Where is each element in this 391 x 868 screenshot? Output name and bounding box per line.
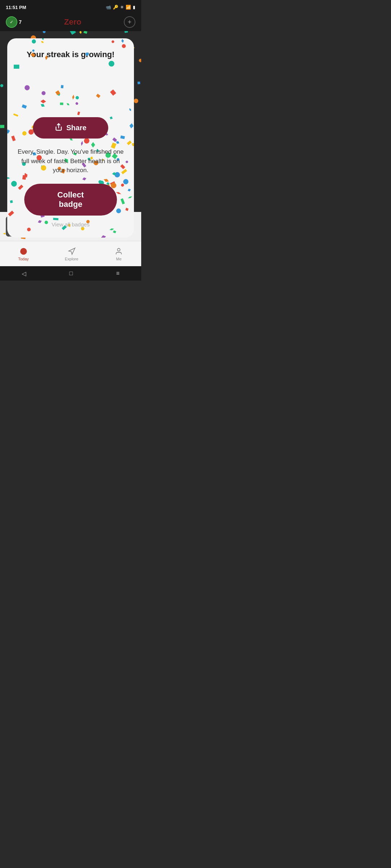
status-time: 11:51 PM [6, 5, 26, 10]
today-label: Today [18, 257, 29, 261]
share-icon [55, 123, 63, 133]
streak-count: 7 [19, 19, 22, 25]
recents-button[interactable]: ≡ [116, 270, 119, 277]
svg-marker-5 [68, 248, 75, 254]
modal-description: Every. Single. Day. You've finished one … [16, 147, 125, 175]
explore-label: Explore [65, 257, 78, 261]
wifi-icon: 📶 [126, 5, 131, 10]
status-bar: 11:51 PM 📹 🔑 ✳ 📶 ▮ [0, 0, 141, 13]
system-nav: ◁ □ ≡ [0, 266, 141, 281]
main-area: Your streak is growing! Share Every. Sin… [0, 31, 141, 241]
back-button[interactable]: ◁ [22, 270, 26, 277]
nav-me[interactable]: Me [114, 247, 123, 261]
streak-modal: Your streak is growing! Share Every. Sin… [7, 38, 134, 238]
bottom-nav: Today Explore Me [0, 241, 141, 266]
battery-icon: ▮ [133, 5, 135, 10]
me-icon [114, 247, 123, 256]
top-nav: ✓ 7 Zero + [0, 13, 141, 31]
streak-indicator: ✓ 7 [6, 16, 22, 28]
share-button[interactable]: Share [33, 117, 108, 139]
explore-icon [67, 247, 76, 256]
view-all-badges-link[interactable]: View all badges [52, 220, 90, 227]
camera-icon: 📹 [106, 5, 111, 10]
today-icon [19, 247, 28, 256]
streak-circle: ✓ [6, 16, 17, 28]
add-button[interactable]: + [124, 16, 135, 28]
checkmark-icon: ✓ [10, 20, 13, 25]
status-icons: 📹 🔑 ✳ 📶 ▮ [106, 5, 135, 10]
key-icon: 🔑 [113, 5, 118, 10]
me-label: Me [116, 257, 121, 261]
home-button[interactable]: □ [69, 270, 73, 277]
nav-explore[interactable]: Explore [65, 247, 78, 261]
svg-point-4 [20, 248, 26, 255]
bluetooth-icon: ✳ [120, 5, 124, 10]
app-title: Zero [64, 17, 81, 27]
svg-point-6 [117, 248, 120, 251]
modal-title: Your streak is growing! [27, 50, 115, 59]
nav-today[interactable]: Today [18, 247, 29, 261]
collect-badge-button[interactable]: Collect badge [24, 184, 117, 216]
